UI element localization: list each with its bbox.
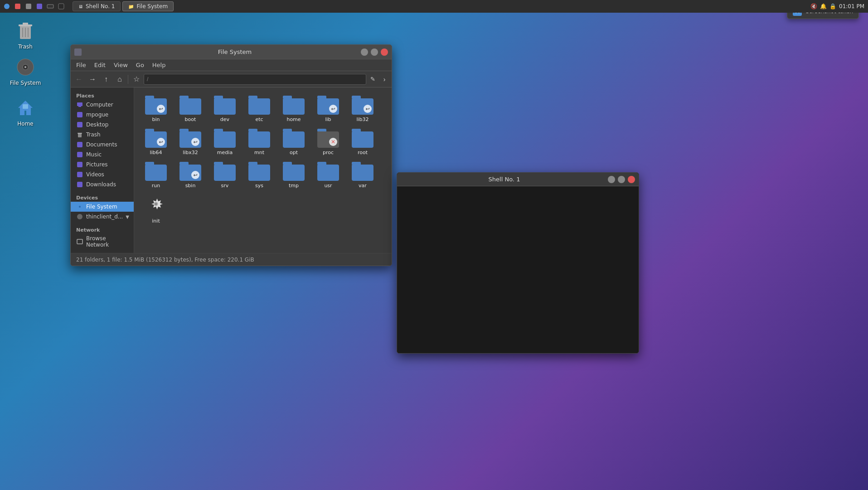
sidebar-item-documents[interactable]: Documents — [71, 140, 134, 150]
up-button[interactable]: ↑ — [100, 73, 112, 86]
file-item-usr[interactable]: usr — [312, 159, 344, 190]
window-titlebar: File System — [71, 45, 392, 59]
menu-file[interactable]: File — [73, 61, 90, 69]
maximize-button[interactable] — [371, 49, 378, 56]
file-item-lib32[interactable]: ↩ lib32 — [346, 93, 379, 124]
address-edit-button[interactable]: ✎ — [367, 74, 378, 85]
sidebar-item-thinclient[interactable]: thinclient_d... ▼ — [71, 212, 134, 222]
shell-close-button[interactable] — [628, 176, 635, 183]
menu-view[interactable]: View — [110, 61, 131, 69]
filesystem-icon — [15, 56, 36, 78]
file-item-bin[interactable]: ↩ bin — [140, 93, 172, 124]
menu-edit[interactable]: Edit — [91, 61, 109, 69]
sidebar-item-mpogue[interactable]: mpogue — [71, 110, 134, 120]
shell-controls — [608, 176, 635, 183]
file-item-init[interactable]: init — [140, 193, 172, 226]
address-nav-button[interactable]: › — [379, 74, 390, 85]
menu-go[interactable]: Go — [132, 61, 148, 69]
sidebar-item-trash[interactable]: Trash — [71, 130, 134, 140]
desktop-icon-filesystem[interactable]: File System — [7, 54, 44, 88]
svg-point-0 — [4, 4, 10, 9]
trash-label: Trash — [18, 44, 33, 50]
file-item-lib64[interactable]: ↩ lib64 — [140, 126, 172, 157]
svg-point-15 — [24, 66, 26, 68]
documents-icon — [76, 141, 83, 148]
sidebar-item-videos[interactable]: Videos — [71, 170, 134, 180]
shell-maximize-button[interactable] — [618, 176, 625, 183]
sidebar-item-browse-network[interactable]: Browse Network — [71, 234, 134, 249]
address-bar[interactable] — [144, 74, 366, 85]
file-item-home[interactable]: home — [277, 93, 310, 124]
launcher-icon-3[interactable] — [24, 1, 34, 11]
minimize-button[interactable] — [361, 49, 368, 56]
file-item-opt[interactable]: opt — [277, 126, 310, 157]
svg-rect-5 — [48, 5, 53, 8]
menubar: File Edit View Go Help — [71, 59, 392, 71]
window-controls — [361, 49, 388, 56]
svg-rect-17 — [23, 104, 28, 109]
forward-button[interactable]: → — [86, 73, 99, 86]
sidebar-item-music[interactable]: Music — [71, 150, 134, 160]
file-item-boot[interactable]: boot — [174, 93, 207, 124]
file-item-sbin[interactable]: ↩ sbin — [174, 159, 207, 190]
file-item-mnt[interactable]: mnt — [243, 126, 276, 157]
pictures-icon — [76, 161, 83, 168]
svg-point-30 — [79, 206, 81, 208]
taskbar-app-shell[interactable]: 🖥 Shell No. 1 — [73, 1, 121, 11]
file-item-root[interactable]: root — [346, 126, 379, 157]
lock-tray-icon: 🔒 — [829, 3, 836, 10]
launcher-icon-5[interactable] — [45, 1, 55, 11]
sidebar-item-pictures[interactable]: Pictures — [71, 160, 134, 170]
file-item-lib[interactable]: ↩ lib — [312, 93, 344, 124]
taskbar: 🖥 Shell No. 1 📁 File System 🔇 🔔 🔒 01:01 … — [0, 0, 868, 13]
file-item-dev[interactable]: dev — [209, 93, 241, 124]
file-item-libx32[interactable]: ↩ libx32 — [174, 126, 207, 157]
sidebar: Places Computer mpogue Desktop — [71, 87, 134, 253]
desktop-icon-home[interactable]: Home — [7, 95, 44, 129]
init-gear-icon — [145, 194, 167, 216]
file-item-var[interactable]: var — [346, 159, 379, 190]
sidebar-item-downloads[interactable]: Downloads — [71, 180, 134, 189]
back-button[interactable]: ← — [73, 73, 85, 86]
launcher-icon-4[interactable] — [34, 1, 44, 11]
svg-rect-25 — [77, 152, 82, 157]
videos-icon — [76, 171, 83, 178]
file-item-etc[interactable]: etc — [243, 93, 276, 124]
svg-point-31 — [77, 214, 82, 219]
launcher-icon-6[interactable] — [56, 1, 66, 11]
taskbar-app-filesystem[interactable]: 📁 File System — [122, 1, 174, 11]
music-icon — [76, 151, 83, 158]
svg-rect-23 — [78, 133, 82, 134]
home-button[interactable]: ⌂ — [113, 73, 126, 86]
network-icon — [76, 238, 83, 245]
thinclient-icon — [76, 213, 83, 220]
sidebar-item-desktop[interactable]: Desktop — [71, 120, 134, 130]
menu-help[interactable]: Help — [149, 61, 170, 69]
svg-rect-27 — [77, 172, 82, 177]
svg-rect-18 — [77, 102, 82, 106]
launcher-icon-2[interactable] — [13, 1, 23, 11]
toolbar-separator — [128, 75, 128, 84]
file-item-sys[interactable]: sys — [243, 159, 276, 190]
sidebar-item-computer[interactable]: Computer — [71, 100, 134, 110]
file-item-tmp[interactable]: tmp — [277, 159, 310, 190]
file-item-proc[interactable]: ✕ proc — [312, 126, 344, 157]
close-button[interactable] — [381, 49, 388, 56]
svg-rect-32 — [77, 239, 82, 244]
filesystem-label: File System — [10, 80, 41, 86]
svg-rect-21 — [77, 122, 82, 127]
sidebar-item-filesystem[interactable]: File System — [71, 202, 134, 212]
svg-rect-1 — [15, 4, 20, 9]
network-tray-icon: 🔇 — [810, 3, 817, 10]
shell-window: Shell No. 1 — [397, 172, 639, 354]
launcher-icon-1[interactable] — [2, 1, 12, 11]
shell-minimize-button[interactable] — [608, 176, 615, 183]
network-section-title: Network — [71, 225, 134, 234]
file-item-run[interactable]: run — [140, 159, 172, 190]
desktop-icon-sm — [76, 121, 83, 128]
desktop-icon-trash[interactable]: Trash — [7, 18, 44, 52]
file-item-srv[interactable]: srv — [209, 159, 241, 190]
bookmark-button[interactable]: ☆ — [130, 73, 143, 86]
trash-icon — [15, 20, 36, 42]
file-item-media[interactable]: media — [209, 126, 241, 157]
